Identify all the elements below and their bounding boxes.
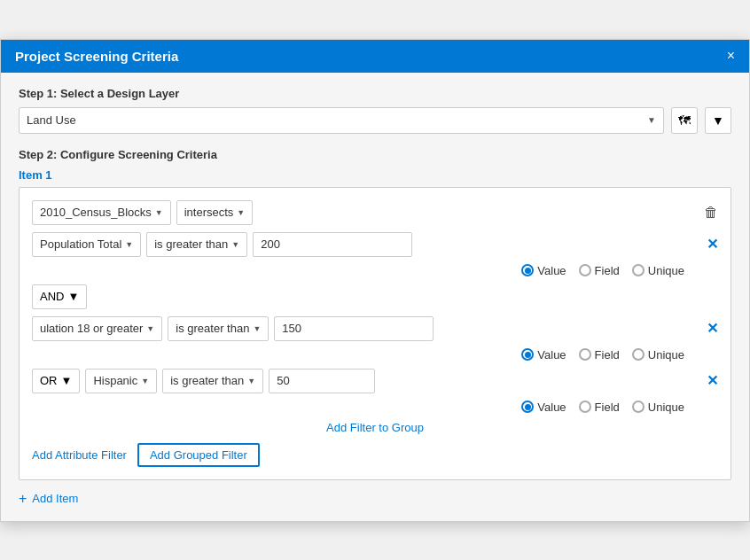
step2-label: Step 2: Configure Screening Criteria	[19, 148, 731, 161]
filter3-radio-value-label: Value	[537, 401, 566, 414]
add-item-row[interactable]: + Add Item	[19, 491, 731, 507]
and-logic-value: AND	[40, 290, 64, 303]
filter3-field-select[interactable]: Hispanic ▼	[85, 369, 157, 393]
filter1-field-chevron: ▼	[125, 240, 133, 249]
and-logic-chevron: ▼	[67, 290, 79, 303]
filter3-operator-value: is greater than	[170, 374, 244, 387]
land-use-select[interactable]: Land Use ▼	[19, 107, 664, 134]
map-layer-button[interactable]: 🗺	[671, 107, 698, 134]
filter2-radio-field-circle	[579, 348, 591, 361]
intersects-select[interactable]: intersects ▼	[176, 200, 254, 225]
filter1-operator-chevron: ▼	[231, 240, 239, 249]
map-icon: 🗺	[678, 113, 691, 128]
filter3-value-input[interactable]	[269, 369, 375, 393]
dialog-title: Project Screening Criteria	[15, 49, 178, 64]
filter1-radio-unique-label: Unique	[648, 264, 684, 277]
filter1-operator-value: is greater than	[154, 237, 228, 251]
filter2-radio-unique-circle	[632, 348, 645, 361]
dialog-body: Step 1: Select a Design Layer Land Use ▼…	[1, 73, 749, 521]
filter2-radio-value-label: Value	[537, 348, 566, 362]
filter1-field-value: Population Total	[40, 237, 121, 251]
filter3-row: OR ▼ Hispanic ▼ is greater than ▼ ✕	[32, 369, 718, 393]
add-attribute-filter-button[interactable]: Add Attribute Filter	[32, 443, 127, 467]
layer-row: 2010_Census_Blocks ▼ intersects ▼ 🗑	[32, 200, 718, 225]
land-use-value: Land Use	[27, 113, 76, 127]
filter2-operator-value: is greater than	[176, 322, 249, 335]
filter2-radio-row: Value Field Unique	[32, 348, 718, 362]
census-blocks-chevron: ▼	[155, 208, 163, 217]
item1-label: Item 1	[19, 168, 731, 182]
filter2-field-select[interactable]: ulation 18 or greater ▼	[32, 316, 162, 341]
filter1-row: Population Total ▼ is greater than ▼ ✕	[32, 232, 718, 257]
filter2-field-value: ulation 18 or greater	[40, 322, 143, 335]
filter2-field-chevron: ▼	[146, 324, 154, 333]
filter1-radio-value-circle	[521, 264, 534, 276]
filter2-value-input[interactable]	[274, 316, 434, 341]
filter3-radio-row: Value Field Unique	[32, 401, 718, 414]
step1-label: Step 1: Select a Design Layer	[19, 87, 731, 100]
add-grouped-filter-button[interactable]: Add Grouped Filter	[137, 443, 260, 467]
layer-down-icon: ▼	[712, 113, 724, 128]
or-logic-select[interactable]: OR ▼	[32, 369, 80, 393]
intersects-chevron: ▼	[237, 208, 245, 217]
criteria-box: 2010_Census_Blocks ▼ intersects ▼ 🗑 Popu…	[19, 187, 731, 480]
filter3-radio-value-circle	[521, 401, 534, 413]
bottom-buttons: Add Attribute Filter Add Grouped Filter	[32, 443, 718, 467]
land-use-chevron: ▼	[647, 115, 656, 125]
or-logic-value: OR	[40, 374, 58, 387]
add-filter-to-group-link[interactable]: Add Filter to Group	[32, 421, 718, 434]
logic-and-row: AND ▼	[32, 284, 718, 309]
filter2-radio-unique-label: Unique	[648, 348, 684, 362]
filter1-radio-field[interactable]: Field	[579, 264, 620, 277]
screening-criteria-dialog: Project Screening Criteria × Step 1: Sel…	[0, 39, 750, 522]
filter3-radio-unique[interactable]: Unique	[632, 401, 684, 414]
dialog-header: Project Screening Criteria ×	[1, 40, 749, 73]
filter1-radio-value-label: Value	[537, 264, 566, 277]
filter3-radio-field-circle	[579, 401, 591, 413]
filter2-row: ulation 18 or greater ▼ is greater than …	[32, 316, 718, 341]
filter3-operator-select[interactable]: is greater than ▼	[162, 369, 263, 393]
filter2-radio-field-label: Field	[595, 348, 620, 362]
filter1-radio-unique-circle	[632, 264, 645, 276]
or-logic-chevron: ▼	[61, 374, 73, 387]
delete-icon[interactable]: 🗑	[704, 205, 718, 221]
filter1-radio-unique[interactable]: Unique	[632, 264, 684, 277]
filter3-radio-unique-circle	[632, 401, 645, 413]
filter1-radio-field-label: Field	[595, 264, 620, 277]
filter2-remove-icon[interactable]: ✕	[707, 320, 718, 337]
filter3-field-value: Hispanic	[93, 374, 137, 387]
filter2-operator-chevron: ▼	[253, 324, 261, 333]
filter1-remove-icon[interactable]: ✕	[707, 236, 718, 253]
filter1-radio-value[interactable]: Value	[521, 264, 566, 277]
filter3-operator-chevron: ▼	[247, 377, 255, 385]
filter1-radio-field-circle	[579, 264, 591, 276]
filter2-radio-value[interactable]: Value	[521, 348, 566, 362]
close-button[interactable]: ×	[727, 49, 735, 63]
filter2-radio-value-circle	[521, 348, 534, 361]
filter2-radio-unique[interactable]: Unique	[632, 348, 684, 362]
filter2-radio-field[interactable]: Field	[579, 348, 620, 362]
filter1-operator-select[interactable]: is greater than ▼	[146, 232, 247, 257]
intersects-value: intersects	[184, 206, 234, 219]
filter3-field-chevron: ▼	[141, 377, 149, 385]
step1-row: Land Use ▼ 🗺 ▼	[19, 107, 731, 134]
filter3-radio-field[interactable]: Field	[579, 401, 620, 414]
add-item-label: Add Item	[32, 492, 78, 505]
filter2-operator-select[interactable]: is greater than ▼	[168, 316, 269, 341]
layer-chevron-button[interactable]: ▼	[705, 107, 731, 134]
filter3-radio-unique-label: Unique	[648, 401, 684, 414]
filter3-remove-icon[interactable]: ✕	[707, 372, 718, 389]
census-blocks-value: 2010_Census_Blocks	[40, 206, 152, 219]
filter1-value-input[interactable]	[253, 232, 412, 257]
plus-icon: +	[19, 491, 27, 507]
census-blocks-select[interactable]: 2010_Census_Blocks ▼	[32, 200, 171, 225]
filter3-radio-field-label: Field	[595, 401, 620, 414]
and-logic-select[interactable]: AND ▼	[32, 284, 87, 309]
filter1-radio-row: Value Field Unique	[32, 264, 718, 277]
filter1-field-select[interactable]: Population Total ▼	[32, 232, 141, 257]
filter3-radio-value[interactable]: Value	[521, 401, 566, 414]
